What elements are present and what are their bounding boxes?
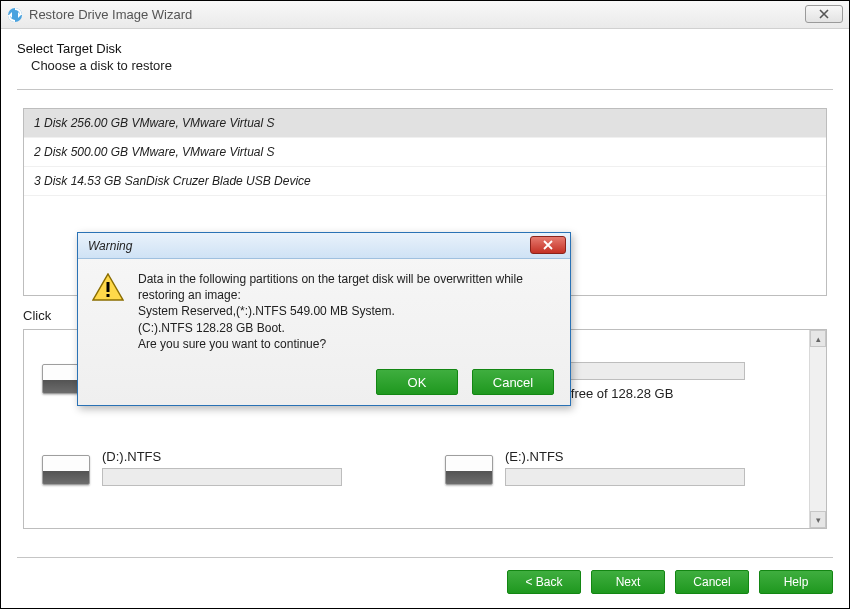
disk-row[interactable]: 2 Disk 500.00 GB VMware, VMware Virtual … bbox=[24, 138, 826, 167]
dialog-buttons: OK Cancel bbox=[376, 369, 554, 395]
drive-icon bbox=[42, 455, 90, 485]
partition-usage-bar bbox=[505, 468, 745, 486]
wizard-buttons: < Back Next Cancel Help bbox=[507, 570, 833, 594]
scroll-down-icon[interactable]: ▾ bbox=[810, 511, 826, 528]
warning-dialog: Warning Data in the following partitions… bbox=[77, 232, 571, 406]
dialog-message: Data in the following partitions on the … bbox=[138, 271, 556, 352]
dialog-cancel-button[interactable]: Cancel bbox=[472, 369, 554, 395]
partition-label: (E:).NTFS bbox=[505, 449, 808, 464]
divider bbox=[17, 557, 833, 558]
dialog-body: Data in the following partitions on the … bbox=[78, 259, 570, 352]
window-close-button[interactable] bbox=[805, 5, 843, 23]
divider bbox=[17, 89, 833, 90]
window-titlebar: Restore Drive Image Wizard bbox=[1, 1, 849, 29]
page-subtitle: Choose a disk to restore bbox=[17, 58, 833, 73]
wizard-header: Select Target Disk Choose a disk to rest… bbox=[1, 29, 849, 83]
drive-icon bbox=[445, 455, 493, 485]
help-button[interactable]: Help bbox=[759, 570, 833, 594]
back-button[interactable]: < Back bbox=[507, 570, 581, 594]
scroll-up-icon[interactable]: ▴ bbox=[810, 330, 826, 347]
dialog-line: Data in the following partitions on the … bbox=[138, 271, 556, 303]
dialog-line: System Reserved,(*:).NTFS 549.00 MB Syst… bbox=[138, 303, 556, 319]
dialog-title: Warning bbox=[88, 239, 132, 253]
ok-button[interactable]: OK bbox=[376, 369, 458, 395]
partition-item[interactable]: (D:).NTFS bbox=[42, 449, 405, 492]
scrollbar[interactable]: ▴ ▾ bbox=[809, 330, 826, 528]
disk-row[interactable]: 3 Disk 14.53 GB SanDisk Cruzer Blade USB… bbox=[24, 167, 826, 196]
dialog-line: Are you sure you want to continue? bbox=[138, 336, 556, 352]
disk-row[interactable]: 1 Disk 256.00 GB VMware, VMware Virtual … bbox=[24, 109, 826, 138]
partition-usage-bar bbox=[102, 468, 342, 486]
next-button[interactable]: Next bbox=[591, 570, 665, 594]
dialog-titlebar: Warning bbox=[78, 233, 570, 259]
dialog-close-button[interactable] bbox=[530, 236, 566, 254]
svg-rect-8 bbox=[107, 294, 110, 297]
page-title: Select Target Disk bbox=[17, 41, 833, 56]
svg-rect-7 bbox=[107, 282, 110, 292]
window-title: Restore Drive Image Wizard bbox=[29, 7, 192, 22]
dialog-line: (C:).NTFS 128.28 GB Boot. bbox=[138, 320, 556, 336]
warning-icon bbox=[92, 273, 124, 301]
partition-item[interactable]: (E:).NTFS bbox=[445, 449, 808, 492]
partition-label: (D:).NTFS bbox=[102, 449, 405, 464]
app-icon bbox=[7, 7, 23, 23]
cancel-button[interactable]: Cancel bbox=[675, 570, 749, 594]
